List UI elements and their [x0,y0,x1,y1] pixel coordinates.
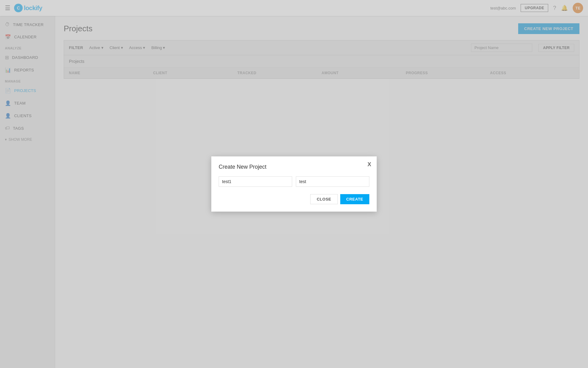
create-project-modal: Create New Project X CLOSE CREATE [211,156,377,212]
modal-close-button[interactable]: CLOSE [310,194,337,204]
modal-inputs [219,176,369,187]
modal-actions: CLOSE CREATE [219,194,369,204]
modal-title: Create New Project [219,164,369,170]
project-color-input[interactable] [296,176,369,187]
modal-close-x-button[interactable]: X [368,161,371,168]
project-name-input[interactable] [219,176,292,187]
modal-create-button[interactable]: CREATE [340,194,369,204]
modal-overlay[interactable]: Create New Project X CLOSE CREATE [0,0,588,368]
